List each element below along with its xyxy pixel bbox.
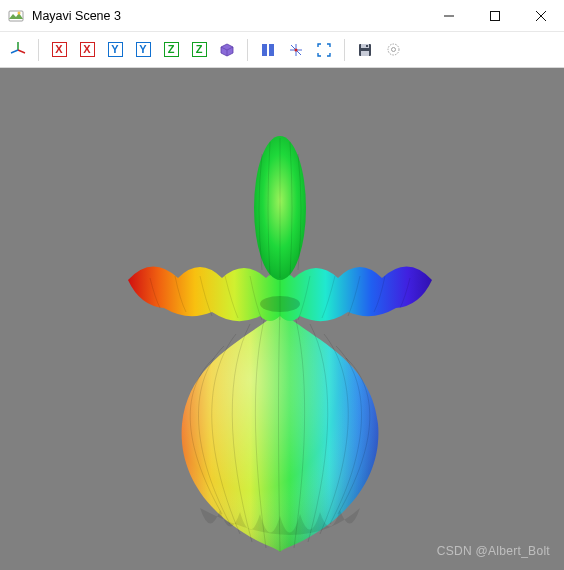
svg-rect-3 bbox=[491, 11, 500, 20]
axis-z-minus-button[interactable]: Z bbox=[187, 38, 211, 62]
toolbar-separator bbox=[38, 39, 39, 61]
svg-point-26 bbox=[260, 296, 300, 312]
app-icon bbox=[8, 8, 24, 24]
toolbar-separator bbox=[344, 39, 345, 61]
svg-rect-13 bbox=[262, 44, 267, 56]
viewport-3d[interactable]: CSDN @Albert_Bolt bbox=[0, 68, 564, 570]
svg-rect-21 bbox=[361, 51, 369, 56]
orientation-axes-button[interactable] bbox=[6, 38, 30, 62]
close-button[interactable] bbox=[518, 0, 564, 32]
minimize-button[interactable] bbox=[426, 0, 472, 32]
maximize-button[interactable] bbox=[472, 0, 518, 32]
axis-x-minus-button[interactable]: X bbox=[75, 38, 99, 62]
axes-indicator-button[interactable] bbox=[284, 38, 308, 62]
rendered-mesh bbox=[128, 136, 432, 552]
toolbar: X X Y Y Z Z bbox=[0, 32, 564, 68]
axis-x-plus-button[interactable]: X bbox=[47, 38, 71, 62]
titlebar: Mayavi Scene 3 bbox=[0, 0, 564, 32]
settings-button[interactable] bbox=[381, 38, 405, 62]
svg-rect-22 bbox=[366, 45, 368, 47]
axis-y-plus-button[interactable]: Y bbox=[103, 38, 127, 62]
isometric-view-button[interactable] bbox=[215, 38, 239, 62]
parallel-projection-button[interactable] bbox=[256, 38, 280, 62]
svg-point-1 bbox=[18, 11, 21, 14]
svg-point-23 bbox=[388, 44, 399, 55]
save-button[interactable] bbox=[353, 38, 377, 62]
svg-point-18 bbox=[295, 48, 298, 51]
fullscreen-button[interactable] bbox=[312, 38, 336, 62]
svg-rect-14 bbox=[269, 44, 274, 56]
axis-y-minus-button[interactable]: Y bbox=[131, 38, 155, 62]
svg-point-24 bbox=[391, 48, 395, 52]
window-title: Mayavi Scene 3 bbox=[32, 9, 121, 23]
svg-line-8 bbox=[11, 50, 18, 53]
svg-line-7 bbox=[18, 50, 25, 53]
toolbar-separator bbox=[247, 39, 248, 61]
axis-z-plus-button[interactable]: Z bbox=[159, 38, 183, 62]
